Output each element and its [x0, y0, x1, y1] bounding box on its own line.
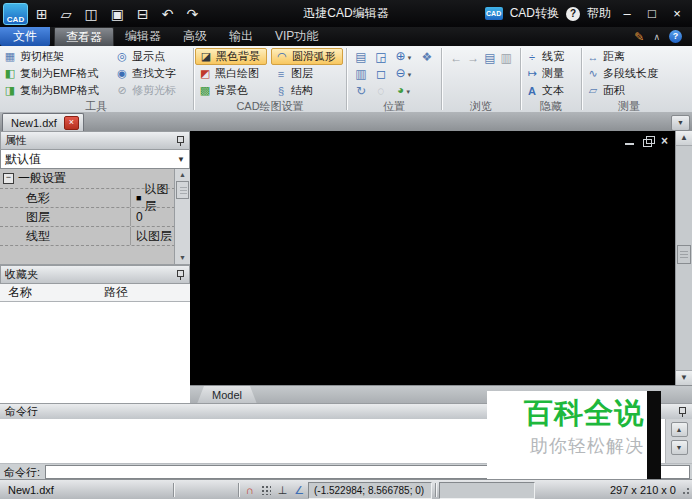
zoom-out-dropdown[interactable]: ▼ [407, 72, 413, 78]
zoom-in-icon[interactable]: ⊕▼ [391, 48, 417, 66]
favorites-col-name[interactable]: 名称 [0, 284, 104, 301]
open-file-icon[interactable]: ▱ [61, 7, 72, 21]
tab-viewer[interactable]: 查看器 [54, 27, 114, 46]
copy-view-icon[interactable]: ▤ [351, 49, 371, 65]
zoom-previous-icon[interactable]: ◌ [371, 83, 391, 99]
command-scrollbar[interactable]: ▲ ▼ [665, 419, 692, 463]
find-text-button[interactable]: ◉查找文字 [112, 65, 192, 82]
tab-vip[interactable]: VIP功能 [264, 27, 329, 46]
ribbon: ▦剪切框架 ◧复制为EMF格式 ◨复制为BMP格式 ◎显示点 ◉查找文字 ⊘修剪… [0, 46, 692, 113]
help-button[interactable]: 帮助 [587, 5, 611, 22]
cad-convert-icon[interactable]: CAD [485, 7, 503, 20]
save-icon[interactable]: ◫ [85, 7, 98, 21]
ribbon-help-icon[interactable]: ? [669, 30, 682, 43]
canvas-scrollbar-thumb[interactable] [677, 245, 691, 264]
back-icon[interactable]: ← [450, 50, 462, 66]
properties-preset-dropdown[interactable]: 默认值 ▼ [0, 150, 190, 169]
pan-icon[interactable]: ❖ [417, 49, 437, 65]
minimize-button[interactable]: – [618, 4, 636, 24]
document-tab-close-icon[interactable]: × [64, 116, 79, 130]
show-points-button[interactable]: ◎显示点 [112, 48, 192, 65]
cut-frame-button[interactable]: ▦剪切框架 [0, 48, 108, 65]
color-swatch: ■ [136, 193, 141, 203]
perpendicular-snap-icon[interactable]: ⊥ [278, 484, 288, 496]
zoom-window-icon[interactable]: ◲ [371, 49, 391, 65]
command-pin-icon[interactable] [678, 406, 687, 417]
zoom-extents-icon[interactable]: ◻ [371, 66, 391, 82]
cad-convert-button[interactable]: CAD转换 [510, 5, 559, 22]
forward-icon[interactable]: → [467, 50, 479, 66]
ribbon-group-position: ▤ ◲ ⊕▼ ❖ ▥ ◻ ⊖▼ ↻ ◌ ◕▼ 位置 [348, 46, 440, 112]
text-toggle[interactable]: A文本 [522, 82, 567, 99]
group-label-position: 位置 [348, 99, 440, 112]
drawing-canvas[interactable]: × [190, 131, 676, 385]
zoom-out-icon[interactable]: ⊖▼ [391, 65, 417, 83]
line-width-toggle[interactable]: ÷线宽 [522, 48, 567, 65]
resize-grip[interactable] [680, 485, 690, 495]
copy-bmp-button[interactable]: ◨复制为BMP格式 [0, 82, 108, 99]
canvas-scroll-up-icon[interactable]: ▲ [676, 131, 692, 146]
render-mode-dropdown[interactable]: ▼ [405, 89, 411, 95]
collapse-section-icon[interactable]: − [3, 173, 14, 184]
scroll-down-icon[interactable]: ▼ [175, 252, 190, 264]
measure-icon: ↦ [525, 67, 539, 80]
zoom-in-dropdown[interactable]: ▼ [407, 55, 413, 61]
trim-cursor-button[interactable]: ⊘修剪光标 [112, 82, 192, 99]
print-icon[interactable]: ⊟ [137, 7, 149, 21]
scroll-up-icon[interactable]: ▲ [175, 169, 190, 181]
mdi-restore-icon[interactable] [643, 139, 652, 147]
structure-button[interactable]: §结构 [271, 82, 343, 99]
redo-icon[interactable]: ↷ [186, 7, 198, 21]
scrollbar-thumb[interactable] [176, 181, 189, 199]
save-as-icon[interactable]: ▣ [111, 7, 124, 21]
tab-output[interactable]: 输出 [218, 27, 264, 46]
preset-value: 默认值 [5, 151, 41, 168]
app-logo-icon: CAD [3, 3, 28, 25]
canvas-vertical-scrollbar[interactable]: ▲ ▼ [675, 131, 692, 385]
osnap-icon[interactable]: ∩ [246, 484, 254, 496]
command-scroll-up-icon[interactable]: ▲ [671, 422, 688, 437]
property-row-linetype[interactable]: 线型 以图层 [0, 227, 175, 246]
help-icon[interactable]: ? [566, 7, 580, 21]
model-tab[interactable]: Model [197, 386, 257, 404]
menu-file-button[interactable]: 文件 [0, 27, 50, 46]
view-previous-icon[interactable]: ▤ [484, 50, 495, 66]
collapse-ribbon-icon[interactable]: ∧ [653, 32, 660, 42]
properties-scrollbar[interactable]: ▲ ▼ [174, 169, 190, 264]
tab-advanced[interactable]: 高级 [172, 27, 218, 46]
favorites-pin-icon[interactable] [176, 269, 185, 280]
property-row-layer[interactable]: 图层 0 [0, 208, 175, 227]
canvas-scroll-down-icon[interactable]: ▼ [676, 370, 692, 385]
mdi-minimize-icon[interactable] [625, 143, 634, 145]
paste-view-icon[interactable]: ▥ [351, 66, 371, 82]
close-button[interactable]: × [668, 4, 686, 24]
tab-list-chevron-icon[interactable]: ▼ [671, 115, 690, 131]
background-color-button[interactable]: ▩背景色 [195, 82, 267, 99]
document-tab[interactable]: New1.dxf × [2, 113, 84, 131]
polyline-length-button[interactable]: ∿多段线长度 [583, 65, 661, 82]
distance-button[interactable]: ↔距离 [583, 48, 661, 65]
property-row-color[interactable]: 色彩 ■以图层 [0, 189, 175, 208]
view-next-icon[interactable]: ▥ [501, 50, 512, 66]
favorites-list[interactable] [0, 302, 190, 403]
bw-drawing-button[interactable]: ◩黑白绘图 [195, 65, 267, 82]
maximize-button[interactable]: □ [643, 4, 661, 24]
mdi-close-icon[interactable]: × [661, 136, 668, 146]
undo-icon[interactable]: ↶ [162, 7, 174, 21]
render-mode-icon[interactable]: ◕▼ [391, 82, 417, 100]
smooth-arc-button[interactable]: ◠圆滑弧形 [271, 48, 343, 65]
copy-emf-button[interactable]: ◧复制为EMF格式 [0, 65, 108, 82]
command-scroll-down-icon[interactable]: ▼ [671, 440, 688, 455]
grid-snap-icon[interactable] [261, 485, 271, 495]
rotate-view-icon[interactable]: ↻ [351, 83, 371, 99]
pencil-icon[interactable]: ✎ [634, 30, 644, 44]
tab-editor[interactable]: 编辑器 [114, 27, 172, 46]
black-background-button[interactable]: ◪黑色背景 [195, 48, 267, 65]
favorites-col-path[interactable]: 路径 [104, 284, 128, 301]
layers-button[interactable]: ≡图层 [271, 65, 343, 82]
properties-pin-icon[interactable] [176, 135, 185, 146]
new-file-icon[interactable]: ⊞ [36, 7, 48, 21]
angle-snap-icon[interactable]: ∠ [294, 484, 304, 496]
area-button[interactable]: ▱面积 [583, 82, 661, 99]
measure-toggle[interactable]: ↦测量 [522, 65, 567, 82]
